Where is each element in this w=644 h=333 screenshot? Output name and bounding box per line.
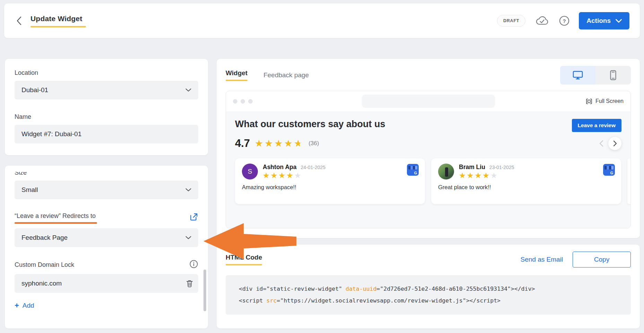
partial-next-card	[627, 158, 631, 204]
info-icon	[189, 260, 198, 269]
embed-code-block[interactable]: <div id="static-review-widget" data-uuid…	[226, 275, 631, 315]
chevron-left-icon	[16, 16, 22, 26]
review-card: S Ashton Apa 24-01-2025 ★★★★★★★★★★ Amazi…	[235, 158, 425, 204]
browser-dots	[233, 99, 253, 104]
tab-feedback-label: Feedback page	[263, 71, 309, 79]
custom-domain-label: Custom Domain Lock	[15, 261, 74, 269]
page-title-block: Update Widget	[31, 15, 86, 27]
widget-name-input[interactable]	[15, 125, 198, 143]
size-select[interactable]: Small	[15, 181, 198, 199]
widget-preview: What our customers say about us Leave a …	[226, 111, 630, 228]
trash-icon	[186, 279, 193, 288]
svg-text:G: G	[414, 171, 417, 175]
fullscreen-button[interactable]: Full Screen	[585, 98, 624, 105]
browser-dot	[233, 99, 237, 104]
reviewer-name: Ashton Apa	[263, 164, 297, 171]
rating-stars: ★★★★★★★★★★	[255, 139, 304, 148]
tab-widget[interactable]: Widget	[226, 69, 247, 81]
browser-mockup: Full Screen What our customers say about…	[226, 91, 631, 228]
html-code-tab-label: HTML Code	[226, 254, 262, 261]
size-label: Size	[15, 172, 198, 176]
chevron-left-icon	[599, 140, 603, 147]
code-line: <div id="static-review-widget" data-uuid…	[239, 283, 618, 295]
chevron-down-icon	[185, 88, 191, 92]
active-title-underline	[31, 26, 86, 27]
browser-toolbar: Full Screen	[226, 91, 630, 111]
desktop-view-button[interactable]	[560, 66, 595, 85]
delete-domain-button[interactable]	[186, 279, 193, 288]
page-title: Update Widget	[31, 15, 86, 23]
chevron-down-icon	[185, 236, 191, 239]
external-link-icon	[189, 212, 198, 221]
review-count: (36)	[308, 140, 319, 147]
cloud-save-button[interactable]	[535, 15, 550, 26]
google-business-icon: G	[407, 164, 419, 177]
sidebar-scrollbar[interactable]	[203, 270, 206, 311]
html-code-panel: HTML Code Send as Email Copy <div id="st…	[217, 245, 640, 328]
browser-dot	[241, 99, 245, 104]
review-date: 23-01-2025	[489, 165, 514, 170]
fullscreen-label: Full Screen	[595, 98, 624, 104]
domain-info-button[interactable]	[189, 260, 198, 270]
carousel-next-button[interactable]	[608, 137, 621, 150]
actions-button[interactable]: Actions	[579, 12, 629, 29]
review-text: Amazing workspace!!	[242, 184, 418, 191]
svg-text:?: ?	[563, 18, 566, 24]
review-card: Bram Liu 23-01-2025 ★★★★★★★★★★ Great pla…	[431, 158, 621, 204]
location-value: Dubai-01	[21, 86, 48, 94]
open-feedback-page-button[interactable]	[189, 212, 198, 223]
chevron-down-icon	[616, 19, 622, 23]
code-line: <script src="https://widget.socialreview…	[239, 295, 618, 307]
rating-value: 4.7	[235, 137, 250, 150]
review-text: Great place to work!!	[438, 184, 614, 191]
widget-options-card: Size Small “Leave a review” Redirects to…	[5, 166, 208, 328]
redirect-select[interactable]: Feedback Page	[15, 228, 198, 247]
size-value: Small	[21, 186, 38, 194]
add-label: Add	[23, 302, 34, 309]
mobile-view-button[interactable]	[595, 66, 631, 85]
carousel-prev-button[interactable]	[599, 140, 603, 147]
annotation-underline	[15, 222, 97, 224]
send-as-email-link[interactable]: Send as Email	[520, 256, 563, 263]
help-button[interactable]: ?	[559, 15, 570, 26]
plus-icon: +	[15, 302, 19, 309]
redirect-label: “Leave a review” Redirects to	[15, 212, 97, 220]
tab-widget-label: Widget	[226, 69, 247, 77]
avatar	[438, 164, 454, 179]
review-stars: ★★★★★★★★★★	[263, 172, 325, 179]
device-toggle	[560, 66, 631, 85]
size-label-clipped: Size	[15, 172, 198, 176]
google-business-icon: G	[603, 164, 615, 177]
preview-panel: Widget Feedback page	[217, 59, 640, 238]
fullscreen-icon	[585, 98, 593, 105]
tab-feedback-page[interactable]: Feedback page	[263, 71, 309, 79]
leave-review-button[interactable]: Leave a review	[572, 119, 621, 132]
widget-settings-card: Location Dubai-01 Name	[5, 59, 208, 155]
phone-icon	[610, 70, 617, 80]
top-header: Update Widget DRAFT ? Actions	[4, 3, 640, 38]
chevron-down-icon	[185, 188, 191, 192]
tab-html-code[interactable]: HTML Code	[226, 254, 262, 265]
redirect-value: Feedback Page	[21, 234, 68, 242]
custom-domain-input[interactable]	[15, 274, 198, 293]
active-tab-underline	[226, 80, 247, 81]
reviewer-name: Bram Liu	[459, 164, 485, 171]
widget-heading: What our customers say about us	[235, 119, 385, 130]
name-label: Name	[15, 113, 198, 121]
browser-dot	[248, 99, 253, 104]
add-domain-button[interactable]: + Add	[15, 302, 34, 309]
status-badge: DRAFT	[497, 15, 525, 27]
actions-label: Actions	[586, 17, 611, 25]
review-date: 24-01-2025	[301, 165, 326, 170]
location-label: Location	[15, 69, 198, 77]
address-bar	[362, 95, 495, 108]
question-mark-icon: ?	[559, 15, 570, 26]
avatar: S	[242, 164, 258, 179]
copy-button[interactable]: Copy	[573, 252, 631, 268]
location-select[interactable]: Dubai-01	[15, 81, 198, 99]
cloud-check-icon	[535, 15, 550, 26]
review-stars: ★★★★★★★★★★	[459, 172, 514, 179]
back-button[interactable]	[16, 16, 22, 26]
chevron-right-icon	[613, 140, 617, 147]
monitor-icon	[572, 70, 583, 80]
